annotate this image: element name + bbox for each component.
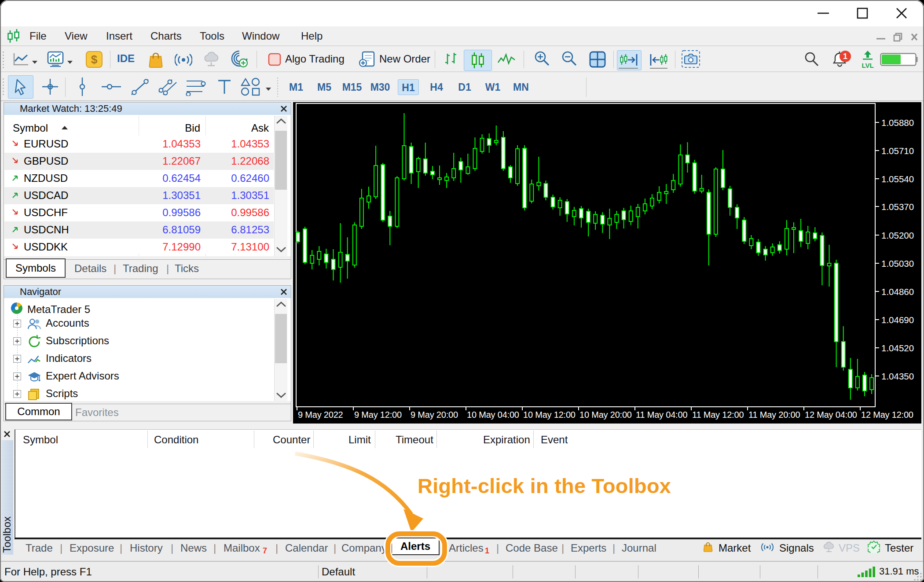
svg-text:11 May 20:00: 11 May 20:00 [748,410,800,420]
svg-text:9 May 2022: 9 May 2022 [298,410,343,420]
svg-text:10 May 20:00: 10 May 20:00 [579,410,632,420]
svg-text:9 May 12:00: 9 May 12:00 [354,410,402,420]
svg-text:1.04860: 1.04860 [881,287,914,297]
svg-text:1.05030: 1.05030 [881,258,914,269]
svg-text:1.05710: 1.05710 [881,146,914,156]
svg-text:11 May 04:00: 11 May 04:00 [636,410,687,420]
svg-text:1.05370: 1.05370 [881,202,914,212]
svg-text:10 May 04:00: 10 May 04:00 [467,410,519,420]
svg-text:1.04350: 1.04350 [881,371,914,381]
svg-text:LVL: LVL [862,62,873,69]
svg-text:9 May 20:00: 9 May 20:00 [411,410,458,420]
svg-text:$: $ [91,53,98,66]
svg-text:10 May 12:00: 10 May 12:00 [523,410,576,420]
svg-text:1.05880: 1.05880 [881,118,914,128]
svg-text:11 May 12:00: 11 May 12:00 [692,410,744,420]
svg-text:12 May 04:00: 12 May 04:00 [805,410,857,420]
svg-text:1.04690: 1.04690 [881,315,914,325]
svg-text:1.04520: 1.04520 [881,343,914,353]
svg-text:1.05540: 1.05540 [881,174,914,184]
svg-text:12 May 12:00: 12 May 12:00 [861,410,913,420]
svg-text:1.05200: 1.05200 [881,230,914,240]
